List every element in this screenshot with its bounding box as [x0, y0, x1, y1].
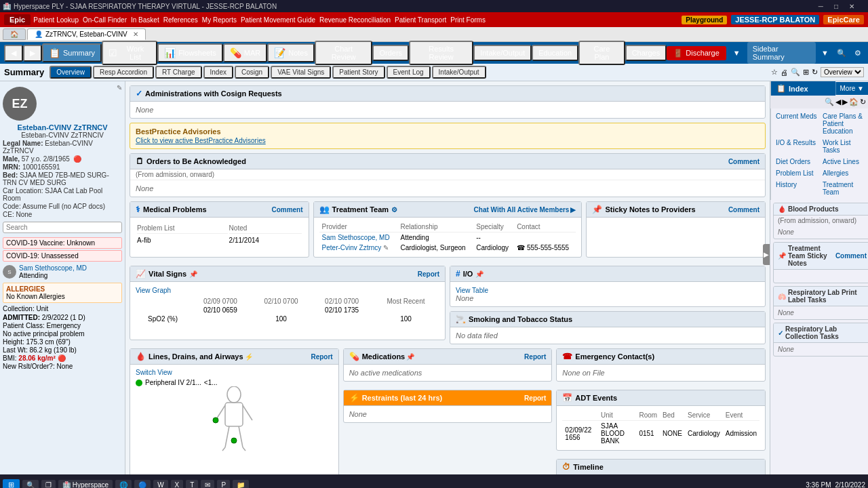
settings-btn[interactable]: ⚙ — [852, 46, 864, 60]
sub-nav-overview[interactable]: Overview — [50, 66, 92, 79]
sidebar-back-icon[interactable]: ◀ — [835, 98, 841, 106]
taskbar-epic[interactable]: 🏥 Hyperspace — [58, 480, 113, 489]
flowsheets-btn[interactable]: 📊 Flowsheets — [157, 43, 223, 62]
taskbar-word[interactable]: W — [153, 480, 167, 489]
sub-nav-resp-accordion[interactable]: Resp Accordion — [93, 66, 154, 79]
home-tab[interactable]: 🏠 — [3, 28, 26, 40]
index-active-lines[interactable]: Active Lines — [821, 157, 866, 167]
nav-patient-movement[interactable]: Patient Movement Guide — [241, 16, 315, 24]
switch-view-link[interactable]: Switch View — [136, 369, 172, 376]
mar-btn[interactable]: 💊 MAR — [223, 43, 267, 62]
treatment-team-sticky-comment[interactable]: Comment — [835, 252, 867, 260]
index-treatment-team[interactable]: Treatment Team — [821, 180, 866, 197]
charges-btn[interactable]: Charges — [625, 45, 667, 61]
medical-problems-comment[interactable]: Comment — [271, 206, 302, 214]
team-provider-1[interactable]: Sam Stethoscope, MD — [319, 232, 398, 243]
sub-nav-event-log[interactable]: Event Log — [387, 66, 431, 79]
nav-print-forms[interactable]: Print Forms — [450, 16, 486, 24]
overview-dropdown[interactable]: Overview — [821, 67, 864, 77]
edit-patient-btn[interactable]: ✎ — [37, 84, 122, 92]
nav-in-basket[interactable]: In Basket — [131, 16, 159, 24]
taskbar-chrome[interactable]: 🔵 — [134, 480, 151, 489]
sub-nav-patient-story[interactable]: Patient Story — [332, 66, 384, 79]
minimize-btn[interactable]: ─ — [818, 3, 823, 10]
taskbar-task-view[interactable]: ❐ — [41, 480, 56, 489]
forward-btn[interactable]: ▶ — [23, 45, 42, 62]
sidebar-refresh-icon[interactable]: ↻ — [860, 98, 866, 106]
sub-nav-rt-charge[interactable]: RT Charge — [155, 66, 202, 79]
more-btn[interactable]: ▼ — [729, 46, 745, 60]
sidebar-forward-icon[interactable]: ▶ — [842, 98, 848, 106]
view-table-link[interactable]: View Table — [456, 287, 488, 294]
treatment-team-expand[interactable]: ⚙ — [391, 206, 397, 214]
sub-nav-index[interactable]: Index — [203, 66, 233, 79]
orders-btn[interactable]: Orders — [372, 45, 409, 61]
orders-acknowledge-comment[interactable]: Comment — [728, 158, 760, 165]
nav-patient-transport[interactable]: Patient Transport — [395, 16, 446, 24]
taskbar-ie[interactable]: 🌐 — [115, 480, 132, 489]
sidebar-toggle-btn[interactable]: ▼ — [818, 46, 831, 60]
restraints-report[interactable]: Report — [524, 394, 546, 402]
index-io-results[interactable]: I/O & Results — [774, 138, 819, 155]
nav-my-reports[interactable]: My Reports — [202, 16, 237, 24]
refresh-btn[interactable]: ↻ — [812, 68, 818, 77]
nav-on-call-finder[interactable]: On-Call Finder — [83, 16, 127, 24]
taskbar-excel[interactable]: X — [171, 480, 184, 489]
notes-btn[interactable]: 📝 Notes — [267, 43, 315, 62]
index-problem-list[interactable]: Problem List — [774, 168, 819, 178]
provider-edit-icon[interactable]: ✎ — [383, 244, 389, 251]
sub-nav-intake-output[interactable]: Intake/Output — [432, 66, 486, 79]
taskbar-teams[interactable]: T — [186, 480, 198, 489]
start-button[interactable]: ⊞ — [3, 479, 20, 489]
star-btn[interactable]: ☆ — [771, 68, 778, 77]
work-list-btn[interactable]: ☑ Work List — [102, 41, 157, 65]
sticky-notes-title: Sticky Notes to Providers — [605, 205, 695, 214]
index-work-list-tasks[interactable]: Work List Tasks — [821, 138, 866, 155]
medications-report[interactable]: Report — [524, 353, 546, 361]
lines-report[interactable]: Report — [311, 353, 332, 361]
nav-revenue-reconciliation[interactable]: Revenue Reconciliation — [319, 16, 391, 24]
sticky-notes-comment[interactable]: Comment — [728, 206, 760, 214]
taskbar-outlook[interactable]: ✉ — [201, 480, 214, 489]
tab-close-btn[interactable]: ✕ — [133, 30, 138, 38]
sidebar-summary-btn[interactable]: Sidebar Summary — [747, 42, 816, 64]
index-diet-orders[interactable]: Diet Orders — [774, 157, 819, 167]
nav-references[interactable]: References — [163, 16, 198, 24]
vital-signs-report[interactable]: Report — [418, 270, 439, 278]
chart-review-btn[interactable]: Chart Review — [315, 41, 372, 65]
sub-nav-vae-vital-signs[interactable]: VAE Vital Signs — [271, 66, 331, 79]
restore-btn[interactable]: □ — [834, 3, 838, 10]
sidebar-home-icon[interactable]: 🏠 — [849, 98, 859, 106]
close-btn[interactable]: ✕ — [849, 3, 854, 10]
nav-patient-lookup[interactable]: Patient Lookup — [33, 16, 79, 24]
taskbar-powerpoint[interactable]: P — [217, 480, 230, 489]
search-btn[interactable]: 🔍 — [834, 46, 849, 60]
treatment-team-chat[interactable]: Chat With All Active Members — [474, 206, 570, 214]
taskbar-search[interactable]: 🔍 — [22, 480, 39, 489]
provider-name[interactable]: Sam Stethoscope, MD — [19, 264, 87, 272]
sub-nav-cosign[interactable]: Cosign — [235, 66, 269, 79]
sidebar-search-icon[interactable]: 🔍 — [825, 98, 834, 106]
index-current-meds[interactable]: Current Meds — [774, 111, 819, 136]
team-provider-2[interactable]: Peter-Cvinv Zztrncy ✎ — [319, 243, 398, 253]
intake-output-btn[interactable]: Intake/Output — [473, 45, 532, 61]
treatment-team-title: Treatment Team — [332, 205, 389, 214]
discharge-btn[interactable]: 🚪 Discharge — [667, 46, 726, 60]
back-btn[interactable]: ◀ — [4, 45, 23, 62]
more-btn[interactable]: More ▼ — [835, 82, 868, 95]
sidebar-search-input[interactable] — [3, 222, 122, 233]
taskbar-explorer[interactable]: 📁 — [233, 480, 249, 489]
print-btn[interactable]: 🖨 — [781, 68, 788, 77]
bestpractice-link[interactable]: Click to view active BestPractice Adviso… — [136, 137, 760, 144]
summary-btn[interactable]: 📋 Summary — [42, 43, 102, 62]
index-history[interactable]: History — [774, 180, 819, 197]
education-btn[interactable]: Education — [532, 45, 578, 61]
expand-btn[interactable]: ⊞ — [803, 68, 809, 77]
results-review-btn[interactable]: Results Review — [409, 41, 473, 65]
care-plan-btn[interactable]: Care Plan — [578, 41, 625, 65]
view-graph-link[interactable]: View Graph — [136, 287, 171, 294]
search-sub-btn[interactable]: 🔍 — [791, 68, 800, 77]
index-care-plans[interactable]: Care Plans & Patient Education — [821, 111, 866, 136]
index-allergies[interactable]: Allergies — [821, 168, 866, 178]
patient-tab[interactable]: 👤 ZzTRNCV, Esteban-CVINV ✕ — [27, 28, 146, 40]
